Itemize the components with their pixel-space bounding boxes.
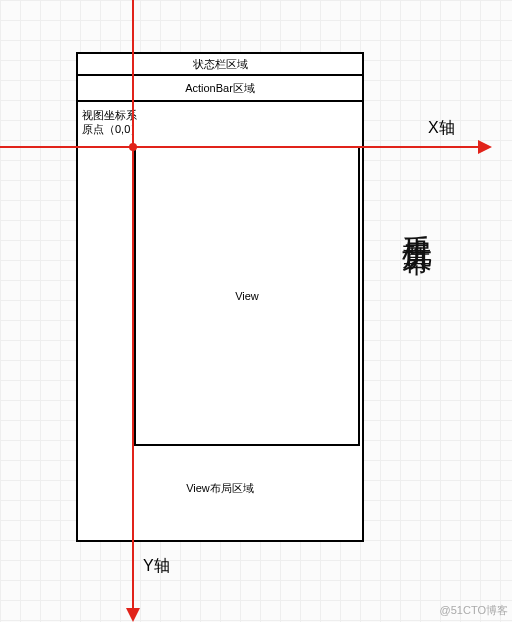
- phone-screen: 状态栏区域 ActionBar区域 视图坐标系 原点（0,0） View Vie…: [76, 52, 364, 542]
- watermark-text: @51CTO博客: [440, 603, 508, 618]
- view-element: View: [134, 146, 360, 446]
- y-axis-label: Y轴: [143, 556, 170, 577]
- action-bar-region: ActionBar区域: [78, 76, 362, 102]
- view-label: View: [136, 290, 358, 302]
- y-axis-arrow-icon: [126, 608, 140, 622]
- x-axis-line: [0, 146, 480, 148]
- view-layout-region: 视图坐标系 原点（0,0） View View布局区域: [78, 102, 362, 540]
- status-bar-region: 状态栏区域: [78, 54, 362, 76]
- view-layout-label: View布局区域: [78, 481, 362, 496]
- x-axis-label: X轴: [428, 118, 455, 139]
- origin-point-icon: [129, 143, 137, 151]
- y-axis-line: [132, 0, 134, 614]
- phone-screen-caption: 手机屏幕: [398, 210, 436, 226]
- x-axis-arrow-icon: [478, 140, 492, 154]
